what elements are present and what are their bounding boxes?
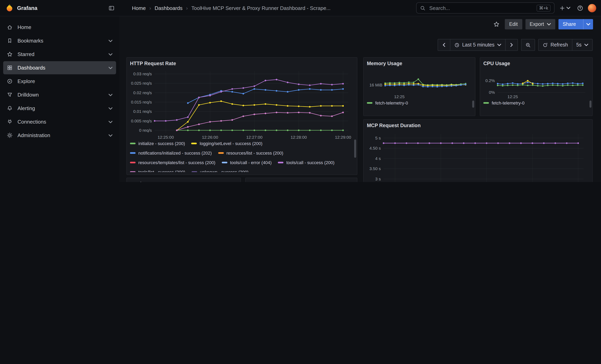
refresh-button[interactable]: Refresh [538,39,572,51]
drilldown-icon [7,92,13,98]
mcp-request-duration-chart[interactable]: 2.50 s3 s3.50 s4 s4.50 s5 s12:25:0012:26… [367,131,589,182]
refresh-icon [542,42,548,48]
legend-item[interactable]: resources/list - success (200) [218,150,283,156]
sidebar-item-dashboards[interactable]: Dashboards [3,61,116,74]
legend-item[interactable]: tools/call - success (200) [278,159,334,165]
time-back-button[interactable] [437,39,450,51]
breadcrumb-home[interactable]: Home [132,5,146,11]
chevron-down-icon[interactable] [109,39,112,42]
panel-title[interactable]: CPU Usage [483,60,589,69]
legend-item[interactable]: resources/templates/list - success (200) [130,159,215,165]
share-button: Share [558,19,593,30]
chevron-down-icon[interactable] [109,94,112,96]
legend-item[interactable]: fetch-telemetry-0 [483,100,524,106]
legend-item[interactable]: notifications/initialized - success (202… [130,150,212,156]
legend-item[interactable]: fetch-telemetry-0 [367,100,408,106]
administration-icon [7,132,13,138]
svg-text:4.50 s: 4.50 s [370,146,381,150]
panel-memory-usage: Memory Usage 16 MiB12:25 fetch-telemetry… [363,57,475,116]
panel-title[interactable]: Memory Usage [367,60,472,69]
sidebar-item-administration[interactable]: Administration [3,129,116,142]
legend-item[interactable]: tools/list - success (200) [130,169,185,172]
search-shortcut: ⌘+k [537,5,551,11]
panel-http-request-rate: HTTP Request Rate 0 req/s0.005 req/s0.01… [126,57,357,175]
cpu-usage-chart[interactable]: 0%0.2%12:25 [483,69,589,100]
svg-text:3.50 s: 3.50 s [370,166,381,171]
chevron-down-icon[interactable] [109,121,112,123]
sidebar-toggle-icon[interactable] [109,5,114,11]
legend-scrollbar[interactable] [590,100,591,108]
time-range-picker[interactable]: Last 5 minutes [450,39,506,51]
legend-scrollbar[interactable] [354,139,356,158]
legend-item[interactable]: unknown - success (200) [191,169,249,172]
panel-title[interactable]: MCP Request Duration [367,122,589,131]
cpu-legend: fetch-telemetry-0 [483,100,589,113]
sidebar-item-label: Connections [18,119,104,125]
chevron-down-icon [497,44,501,46]
sidebar-item-explore[interactable]: Explore [3,75,116,88]
sidebar-item-label: Drilldown [18,92,104,98]
clock-icon [454,42,459,48]
share-button-caret[interactable] [583,19,593,30]
sidebar-item-label: Home [18,24,112,30]
svg-text:12:28:00: 12:28:00 [290,135,307,139]
legend-item[interactable]: initialize - success (200) [130,140,185,146]
sidebar-item-drilldown[interactable]: Drilldown [3,88,116,101]
sidebar-item-label: Bookmarks [18,38,104,44]
search-box[interactable]: ⌘+k [416,2,554,13]
user-avatar[interactable] [588,4,596,12]
svg-text:5 s: 5 s [375,136,381,140]
sidebar-item-connections[interactable]: Connections [3,115,116,128]
legend-scrollbar[interactable] [472,100,474,108]
memory-legend: fetch-telemetry-0 [367,100,472,113]
svg-text:4 s: 4 s [375,156,381,161]
http-request-rate-chart[interactable]: 0 req/s0.005 req/s0.01 req/s0.015 req/s0… [130,69,354,140]
legend-item[interactable]: tools/call - error (404) [222,159,272,165]
refresh-interval-picker[interactable]: 5s [572,39,593,51]
svg-text:12:25:00: 12:25:00 [158,135,174,139]
edit-button[interactable]: Edit [505,19,522,30]
help-icon[interactable] [575,2,585,13]
sidebar-item-home[interactable]: Home [3,21,116,34]
chevron-down-icon[interactable] [109,67,112,69]
sidebar-item-bookmarks[interactable]: Bookmarks [3,34,116,47]
breadcrumb: Home › Dashboards › ToolHive MCP Server … [132,5,331,11]
explore-icon [7,78,13,84]
chevron-down-icon[interactable] [109,53,112,55]
svg-text:3 s: 3 s [375,177,381,181]
time-forward-button[interactable] [505,39,518,51]
zoom-out-button[interactable] [521,39,535,51]
search-input[interactable] [429,5,533,11]
nav-left: Grafana [0,4,119,12]
breadcrumb-separator: › [186,5,188,11]
svg-text:12:27:00: 12:27:00 [246,135,262,139]
chevron-down-icon[interactable] [109,134,112,137]
memory-usage-chart[interactable]: 16 MiB12:25 [367,69,472,100]
add-new-button[interactable] [557,2,572,13]
panel-cpu-usage: CPU Usage 0%0.2%12:25 fetch-telemetry-0 [480,57,593,116]
sidebar-item-label: Explore [18,78,112,84]
breadcrumb-dashboards[interactable]: Dashboards [155,5,182,11]
export-button[interactable]: Export [525,19,555,30]
panel-title[interactable]: HTTP Request Rate [130,60,354,69]
sidebar-item-starred[interactable]: Starred [3,48,116,61]
sidebar-item-label: Starred [18,51,104,57]
breadcrumb-separator: › [149,5,151,11]
legend-item[interactable]: logging/setLevel - success (200) [191,140,262,146]
star-dashboard-icon[interactable] [491,19,502,30]
share-button-main[interactable]: Share [558,19,580,30]
dashboard-main: Edit Export Share Last 5 minutes [119,16,601,182]
panel-error-rate: Error Rate 0% [245,178,357,182]
grafana-logo-icon[interactable] [6,4,13,12]
http-legend: initialize - success (200)logging/setLev… [130,140,354,172]
svg-text:0.025 req/s: 0.025 req/s [131,81,152,85]
panel-total-request-rate: Total Request Rate 0.0875 [126,178,241,182]
sidebar-item-alerting[interactable]: Alerting [3,102,116,115]
svg-text:0.01 req/s: 0.01 req/s [133,109,152,114]
svg-text:12:25: 12:25 [507,94,518,99]
chevron-down-icon[interactable] [109,107,112,109]
sidebar-item-label: Alerting [18,105,104,111]
stat-value-wrap: 0.0875 [127,178,240,182]
svg-text:12:29:00: 12:29:00 [335,135,351,139]
svg-text:0.015 req/s: 0.015 req/s [131,100,152,104]
